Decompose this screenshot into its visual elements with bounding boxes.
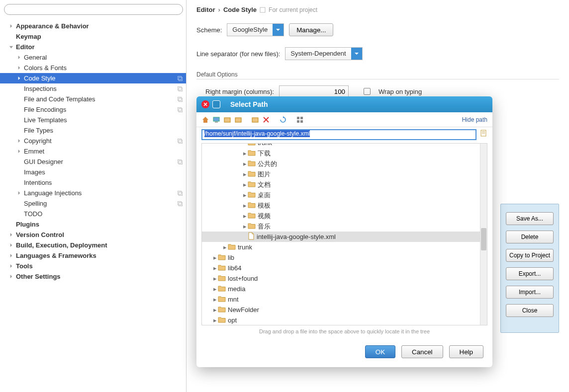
delete-icon[interactable] [262, 116, 270, 124]
copy-to-project-button[interactable]: Copy to Project [506, 249, 554, 262]
folder-row[interactable]: ▸桌面 [202, 190, 487, 200]
folder-row[interactable]: ▸图片 [202, 169, 487, 179]
folder-row[interactable]: ▸trunk [202, 242, 487, 252]
sidebar-item[interactable]: Build, Execution, Deployment [0, 240, 186, 250]
sidebar-item[interactable]: TODO [0, 209, 186, 219]
sidebar-item[interactable]: Plugins [0, 219, 186, 230]
tree-item-label: trunk [258, 143, 272, 147]
folder-row[interactable]: ▸mnt [202, 294, 487, 305]
sidebar-item[interactable]: Spelling [0, 198, 186, 209]
folder-icon [248, 159, 258, 168]
export-button[interactable]: Export... [506, 267, 554, 280]
sidebar-item[interactable]: Live Templates [0, 115, 186, 125]
folder-row[interactable]: ▸lost+found [202, 273, 487, 284]
sidebar-item-label: Colors & Fonts [24, 64, 183, 72]
breadcrumb-editor[interactable]: Editor [196, 6, 215, 13]
home-icon[interactable] [201, 116, 209, 124]
project-icon[interactable] [223, 116, 231, 124]
folder-row[interactable]: trunk [202, 143, 487, 148]
sidebar-item[interactable]: File Types [0, 125, 186, 136]
sidebar-item[interactable]: Keymap [0, 31, 186, 42]
wrap-checkbox[interactable] [364, 88, 371, 95]
import-button[interactable]: Import... [506, 286, 554, 299]
scrollbar-thumb[interactable] [481, 228, 486, 250]
sidebar-item[interactable]: Tools [0, 261, 186, 271]
svg-rect-15 [179, 192, 183, 195]
search-input[interactable] [4, 4, 183, 15]
scheme-value: GoogleStyle [227, 24, 273, 36]
history-icon[interactable] [479, 129, 487, 137]
sidebar-item[interactable]: Editor [0, 42, 186, 52]
spacer [16, 96, 22, 102]
folder-row[interactable]: ▸视频 [202, 211, 487, 221]
sidebar-item[interactable]: File Encodings [0, 104, 186, 115]
ok-button[interactable]: OK [365, 345, 395, 358]
svg-rect-10 [178, 139, 182, 142]
svg-rect-3 [179, 77, 183, 80]
maximize-icon[interactable] [212, 100, 220, 108]
folder-row[interactable]: ▸文档 [202, 179, 487, 190]
svg-rect-22 [235, 118, 241, 122]
spacer [16, 180, 22, 186]
sidebar-item[interactable]: File and Code Templates [0, 94, 186, 104]
svg-rect-27 [300, 120, 303, 123]
margin-input[interactable] [279, 85, 349, 97]
tree-item-label: 图片 [258, 170, 271, 179]
scrollbar[interactable] [480, 144, 487, 325]
sidebar-item[interactable]: Emmet [0, 146, 186, 157]
spacer [8, 34, 14, 40]
cancel-button[interactable]: Cancel [401, 345, 443, 358]
project-override-icon [177, 107, 183, 113]
sidebar-item-label: Intentions [24, 179, 183, 186]
folder-row[interactable]: ▸lib64 [202, 263, 487, 273]
save-as-button[interactable]: Save As... [506, 212, 554, 225]
caret-right-icon [16, 55, 22, 61]
folder-row[interactable]: ▸media [202, 284, 487, 294]
sidebar-item[interactable]: GUI Designer [0, 157, 186, 167]
sidebar-item[interactable]: General [0, 52, 186, 63]
scheme-combo[interactable]: GoogleStyle [227, 23, 284, 36]
caret-down-icon [8, 44, 14, 50]
sidebar-item[interactable]: Copyright [0, 136, 186, 146]
svg-rect-5 [179, 87, 183, 91]
sidebar-item-label: Editor [16, 43, 183, 51]
sidebar-item[interactable]: Appearance & Behavior [0, 21, 186, 31]
close-button[interactable]: Close [506, 304, 554, 317]
delete-button[interactable]: Delete [506, 231, 554, 243]
linesep-combo[interactable]: System-Dependent [285, 47, 362, 60]
folder-row[interactable]: ▸opt [202, 315, 487, 325]
sidebar-item[interactable]: Intentions [0, 177, 186, 188]
show-hidden-icon[interactable] [296, 116, 304, 124]
folder-row[interactable]: ▸公共的 [202, 158, 487, 169]
folder-row[interactable]: ▸NewFolder [202, 305, 487, 315]
sidebar-item[interactable]: Code Style [0, 73, 186, 83]
module-icon[interactable] [234, 116, 242, 124]
desktop-icon[interactable] [212, 116, 220, 124]
file-row[interactable]: intellij-java-google-style.xml [202, 232, 487, 242]
sidebar-item[interactable]: Version Control [0, 230, 186, 240]
scheme-actions-panel: Save As... Delete Copy to Project Export… [500, 204, 559, 333]
sidebar-item[interactable]: Language Injections [0, 188, 186, 198]
sidebar-item[interactable]: Images [0, 167, 186, 177]
sidebar-item[interactable]: Languages & Frameworks [0, 250, 186, 261]
sidebar-item[interactable]: Other Settings [0, 271, 186, 282]
path-input[interactable]: /home/sunjf/intellij-java-google-style.x… [201, 129, 476, 140]
folder-row[interactable]: ▸lib [202, 252, 487, 263]
folder-row[interactable]: ▸下载 [202, 148, 487, 158]
refresh-icon[interactable] [279, 116, 287, 124]
new-folder-icon[interactable] [251, 116, 259, 124]
hide-path-link[interactable]: Hide path [462, 116, 487, 123]
folder-row[interactable]: ▸音乐 [202, 221, 487, 232]
sidebar-item[interactable]: Inspections [0, 83, 186, 94]
file-tree[interactable]: trunk▸下载▸公共的▸图片▸文档▸桌面▸模板▸视频▸音乐intellij-j… [201, 143, 487, 325]
manage-button[interactable]: Manage... [289, 23, 333, 36]
dialog-titlebar[interactable]: Select Path [196, 96, 492, 112]
linesep-label: Line separator (for new files): [196, 50, 280, 58]
close-icon[interactable] [201, 100, 209, 108]
folder-row[interactable]: ▸模板 [202, 200, 487, 211]
folder-icon [218, 253, 228, 262]
help-button[interactable]: Help [449, 345, 483, 358]
svg-rect-21 [224, 118, 230, 122]
sidebar-item[interactable]: Colors & Fonts [0, 63, 186, 73]
sidebar-item-label: Appearance & Behavior [16, 22, 183, 30]
